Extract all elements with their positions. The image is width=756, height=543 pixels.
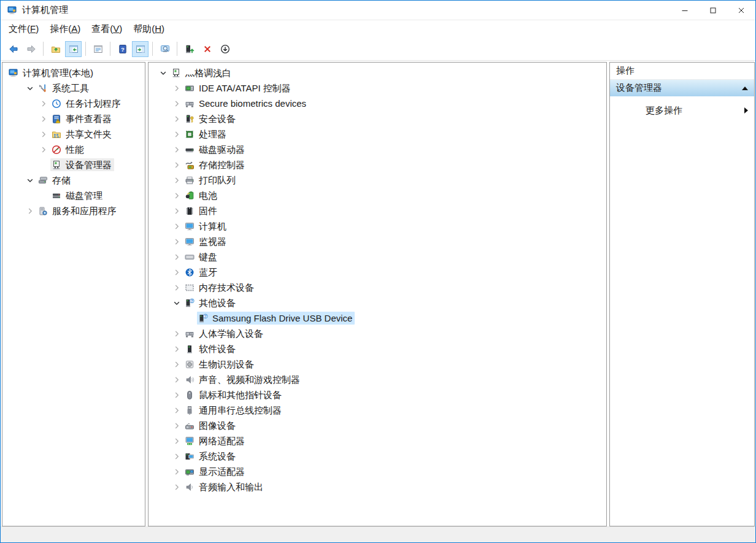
tree-item[interactable]: 计算机 <box>148 218 606 234</box>
tree-item-content[interactable]: 内存技术设备 <box>183 281 256 294</box>
menu-f[interactable]: 文件(F) <box>3 21 44 37</box>
tree-item[interactable]: 共享文件夹 <box>2 126 145 142</box>
tree-item[interactable]: 电池 <box>148 188 606 203</box>
chevron-collapsed-icon[interactable] <box>170 406 183 415</box>
chevron-collapsed-icon[interactable] <box>170 129 183 139</box>
tree-item-content[interactable]: 键盘 <box>183 250 220 263</box>
tree-item[interactable]: 系统设备 <box>148 449 606 464</box>
tree-item[interactable]: ?其他设备 <box>148 295 606 310</box>
tree-item-content[interactable]: 计算机 <box>183 220 229 233</box>
chevron-collapsed-icon[interactable] <box>170 452 183 461</box>
tree-item[interactable]: ?Samsung Flash Drive USB Device <box>148 310 606 326</box>
maximize-button[interactable] <box>699 1 727 20</box>
forward-button[interactable] <box>23 41 39 57</box>
tree-item-content[interactable]: 鼠标和其他指针设备 <box>183 388 284 401</box>
tree-item[interactable]: 生物识别设备 <box>148 356 606 372</box>
tree-item[interactable]: 显示适配器 <box>148 464 606 479</box>
chevron-collapsed-icon[interactable] <box>23 206 37 216</box>
properties-button[interactable] <box>90 41 106 57</box>
tree-item[interactable]: 音频输入和输出 <box>148 479 606 495</box>
tree-item-content[interactable]: 磁盘管理 <box>50 189 105 202</box>
chevron-collapsed-icon[interactable] <box>170 206 183 216</box>
tree-item[interactable]: 磁盘驱动器 <box>148 142 606 157</box>
back-button[interactable] <box>5 41 21 57</box>
tree-item[interactable]: 网络适配器 <box>148 433 606 449</box>
tree-item[interactable]: 灬格调浅白 <box>148 65 606 80</box>
chevron-collapsed-icon[interactable] <box>170 436 183 446</box>
action-pane-section-device-manager[interactable]: 设备管理器 <box>610 80 754 96</box>
tree-item-content[interactable]: 共享文件夹 <box>50 128 114 141</box>
tree-item[interactable]: 安全设备 <box>148 111 606 126</box>
tree-item-content[interactable]: 性能 <box>50 143 87 156</box>
chevron-collapsed-icon[interactable] <box>170 421 183 431</box>
update-driver-button[interactable] <box>181 41 198 57</box>
minimize-button[interactable] <box>671 1 699 20</box>
disable-device-button[interactable] <box>217 41 233 57</box>
chevron-collapsed-icon[interactable] <box>170 375 183 385</box>
tree-item[interactable]: 内存技术设备 <box>148 280 606 295</box>
chevron-collapsed-icon[interactable] <box>170 482 183 492</box>
chevron-collapsed-icon[interactable] <box>170 390 183 400</box>
tree-item-content[interactable]: 灬格调浅白 <box>170 66 234 79</box>
tree-item-content[interactable]: 任务计划程序 <box>50 97 123 110</box>
tree-item[interactable]: 设备管理器 <box>2 157 145 172</box>
tree-item-content[interactable]: 安全设备 <box>183 112 238 125</box>
chevron-collapsed-icon[interactable] <box>170 237 183 247</box>
chevron-collapsed-icon[interactable] <box>170 344 183 354</box>
menu-h[interactable]: 帮助(H) <box>128 21 170 37</box>
tree-item-content[interactable]: 存储 <box>37 174 73 187</box>
collapse-section-icon[interactable] <box>742 87 748 90</box>
tree-item-content[interactable]: 计算机管理(本地) <box>7 66 96 79</box>
chevron-collapsed-icon[interactable] <box>170 283 183 293</box>
tree-item-content[interactable]: 服务和应用程序 <box>37 204 119 217</box>
tree-item-content[interactable]: 通用串行总线控制器 <box>183 404 284 417</box>
chevron-collapsed-icon[interactable] <box>170 175 183 185</box>
tree-item-content[interactable]: Secure biometrics devices <box>183 97 309 110</box>
chevron-expanded-icon[interactable] <box>170 298 183 308</box>
show-hide-console-tree-button[interactable] <box>65 41 82 57</box>
tree-item-content[interactable]: 监视器 <box>183 235 229 248</box>
tree-item[interactable]: 存储 <box>2 172 145 188</box>
tree-item[interactable]: 图像设备 <box>148 418 606 433</box>
tree-item[interactable]: 事件查看器 <box>2 111 145 126</box>
chevron-expanded-icon[interactable] <box>23 175 37 185</box>
tree-item[interactable]: 监视器 <box>148 234 606 249</box>
tree-item[interactable]: 计算机管理(本地) <box>2 65 145 80</box>
tree-item-content[interactable]: 固件 <box>183 204 220 217</box>
chevron-collapsed-icon[interactable] <box>170 329 183 339</box>
tree-item-content[interactable]: 磁盘驱动器 <box>183 143 247 156</box>
chevron-collapsed-icon[interactable] <box>37 99 50 109</box>
tree-item[interactable]: 键盘 <box>148 249 606 264</box>
chevron-collapsed-icon[interactable] <box>170 360 183 369</box>
tree-item-content[interactable]: 存储控制器 <box>183 158 247 171</box>
tree-item[interactable]: 通用串行总线控制器 <box>148 402 606 418</box>
tree-item-content[interactable]: 图像设备 <box>183 419 238 432</box>
tree-item[interactable]: Secure biometrics devices <box>148 96 606 111</box>
help-button[interactable]: ? <box>114 41 131 57</box>
tree-item-content[interactable]: 软件设备 <box>183 342 238 355</box>
chevron-collapsed-icon[interactable] <box>170 252 183 262</box>
tree-item-content[interactable]: 处理器 <box>183 128 229 141</box>
tree-item[interactable]: IDE ATA/ATAPI 控制器 <box>148 80 606 96</box>
tree-item-content[interactable]: 人体学输入设备 <box>183 327 266 340</box>
tree-item[interactable]: 系统工具 <box>2 80 145 96</box>
chevron-collapsed-icon[interactable] <box>170 145 183 155</box>
chevron-collapsed-icon[interactable] <box>37 114 50 124</box>
tree-item-content[interactable]: ?Samsung Flash Drive USB Device <box>197 312 355 325</box>
tree-item-content[interactable]: 网络适配器 <box>183 434 247 447</box>
tree-item-content[interactable]: 电池 <box>183 189 220 202</box>
close-button[interactable] <box>727 1 755 20</box>
tree-item[interactable]: 鼠标和其他指针设备 <box>148 387 606 402</box>
tree-item-content[interactable]: 声音、视频和游戏控制器 <box>183 373 303 386</box>
chevron-collapsed-icon[interactable] <box>170 467 183 477</box>
tree-item-content[interactable]: 设备管理器 <box>50 158 114 171</box>
tree-item[interactable]: 磁盘管理 <box>2 188 145 203</box>
tree-item[interactable]: 性能 <box>2 142 145 157</box>
chevron-expanded-icon[interactable] <box>156 68 170 78</box>
tree-item-content[interactable]: 系统设备 <box>183 450 238 463</box>
chevron-collapsed-icon[interactable] <box>170 99 183 109</box>
tree-item-content[interactable]: 显示适配器 <box>183 465 247 478</box>
chevron-expanded-icon[interactable] <box>23 83 37 93</box>
chevron-collapsed-icon[interactable] <box>170 191 183 201</box>
tree-item-content[interactable]: 蓝牙 <box>183 266 220 279</box>
